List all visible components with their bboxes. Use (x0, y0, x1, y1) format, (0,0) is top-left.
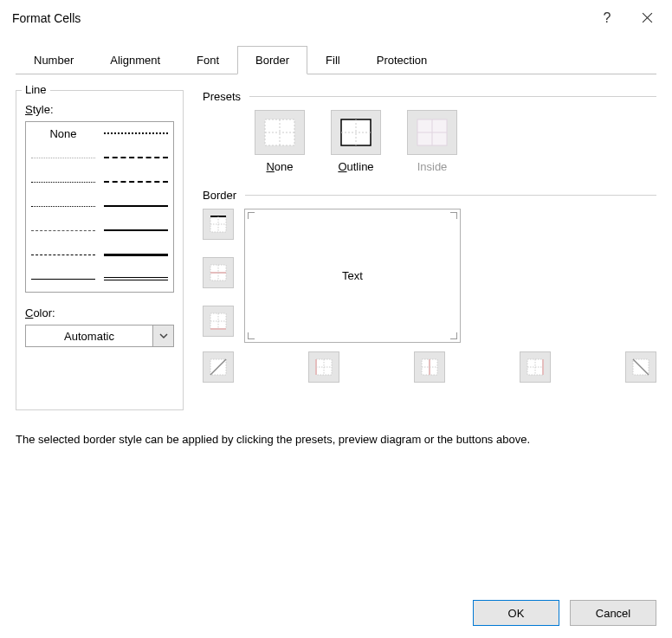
border-hmiddle-button[interactable] (203, 257, 234, 288)
presets-label: Presets (203, 90, 241, 103)
style-dashed[interactable] (31, 248, 95, 261)
line-group: Line Style: None (16, 90, 184, 410)
border-bottom-button[interactable] (203, 306, 234, 337)
style-dashdotdot[interactable] (31, 200, 95, 212)
preset-inside-label: Inside (407, 160, 457, 173)
style-thick[interactable] (104, 224, 168, 236)
style-thick2[interactable] (104, 248, 168, 261)
preview-text: Text (342, 269, 363, 282)
color-label: Color: (25, 306, 174, 319)
info-text: The selected border style can be applied… (16, 433, 656, 446)
help-button[interactable]: ? (587, 0, 627, 36)
cancel-button[interactable]: Cancel (570, 600, 656, 626)
preset-inside[interactable] (407, 110, 457, 155)
tab-alignment[interactable]: Alignment (92, 46, 178, 74)
style-picker[interactable]: None (25, 121, 174, 293)
style-thin[interactable] (31, 273, 95, 285)
preset-outline[interactable] (331, 110, 381, 155)
border-diag-down-button[interactable] (625, 351, 656, 383)
border-preview[interactable]: Text (244, 209, 461, 343)
style-medium[interactable] (104, 200, 168, 212)
close-button[interactable] (627, 0, 667, 36)
style-dashdot[interactable] (31, 224, 95, 236)
line-group-label: Line (22, 83, 50, 96)
border-top-button[interactable] (203, 209, 234, 240)
titlebar: Format Cells ? (0, 0, 672, 36)
tab-bar: Number Alignment Font Border Fill Protec… (16, 45, 656, 74)
color-value: Automatic (25, 325, 153, 347)
preset-none-label: None (255, 160, 305, 173)
style-hair[interactable] (31, 151, 95, 164)
border-right-button[interactable] (520, 351, 551, 383)
chevron-down-icon[interactable] (153, 325, 174, 347)
style-mdashdot[interactable] (104, 151, 168, 164)
tab-font[interactable]: Font (178, 46, 237, 74)
border-label: Border (203, 189, 236, 202)
style-none[interactable]: None (31, 127, 95, 139)
tab-border[interactable]: Border (237, 46, 307, 74)
style-mdashed[interactable] (104, 176, 168, 188)
style-label: Style: (25, 103, 174, 116)
style-double[interactable] (104, 273, 168, 285)
ok-button[interactable]: OK (473, 600, 559, 626)
style-mdashdotdot[interactable] (104, 127, 168, 139)
color-dropdown[interactable]: Automatic (25, 325, 174, 347)
tab-fill[interactable]: Fill (307, 46, 359, 74)
tab-number[interactable]: Number (16, 46, 92, 74)
border-left-button[interactable] (308, 351, 339, 383)
tab-protection[interactable]: Protection (359, 46, 446, 74)
preset-outline-label: Outline (331, 160, 381, 173)
border-diag-up-button[interactable] (203, 351, 234, 383)
border-vmiddle-button[interactable] (414, 351, 445, 383)
window-title: Format Cells (12, 11, 81, 25)
style-dotted[interactable] (31, 176, 95, 188)
preset-none[interactable] (255, 110, 305, 155)
